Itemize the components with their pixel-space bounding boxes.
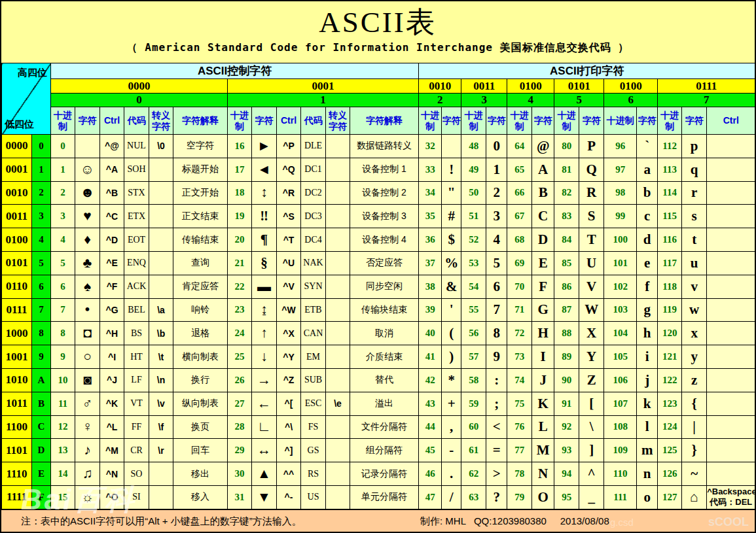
- page-title: ASCII表: [1, 1, 755, 39]
- cell-ctrl: ^T: [277, 228, 301, 252]
- cell-decimal: 56: [461, 322, 486, 345]
- cell-char: +: [442, 392, 461, 415]
- cell-decimal: 64: [507, 135, 532, 158]
- cell-char: ☻: [75, 181, 100, 205]
- cell-ctrl: ^E: [100, 251, 124, 275]
- cell-decimal: 5: [51, 251, 75, 275]
- cell-decimal: 17: [228, 158, 252, 181]
- cell-decimal: 31: [228, 485, 252, 509]
- cell-decimal: 36: [419, 228, 442, 252]
- col-header-decimal: 十进制: [658, 107, 682, 135]
- cell-decimal: 57: [461, 345, 486, 369]
- cell-char: ←: [252, 392, 277, 415]
- cell-ctrl: ^W: [277, 298, 301, 322]
- cell-decimal: 90: [554, 368, 579, 392]
- cell-decimal: 72: [507, 322, 532, 345]
- cell-ctrl-last: [707, 298, 755, 322]
- cell-ctrl-last: [707, 439, 755, 462]
- cell-char: ^: [579, 462, 604, 486]
- cell-decimal: 85: [554, 251, 579, 275]
- cell-char: &: [442, 275, 461, 298]
- table-row: 100199○^IHT\t横向制表25↓^YEM介质结束41)57973I89Y…: [2, 345, 755, 369]
- cell-escape: \b: [149, 322, 173, 345]
- cell-decimal: 60: [461, 415, 486, 439]
- cell-decimal: 68: [507, 228, 532, 252]
- cell-decimal: 29: [228, 439, 252, 462]
- cell-decimal: 32: [419, 135, 442, 158]
- high-bits-binary: 0100: [604, 79, 658, 94]
- cell-decimal: 82: [554, 181, 579, 205]
- cell-decimal: 53: [461, 251, 486, 275]
- cell-char: y: [682, 345, 707, 369]
- cell-low-bits-hex: D: [32, 439, 51, 462]
- cell-decimal: 14: [51, 462, 75, 486]
- table-row: 1010A10◙^JLF\n换行26→^ZSUB替代42*58:74J90Z10…: [2, 368, 755, 392]
- cell-char: →: [252, 368, 277, 392]
- cell-decimal: 115: [658, 205, 682, 228]
- cell-code: NUL: [124, 135, 149, 158]
- cell-char: (: [442, 322, 461, 345]
- cell-decimal: 21: [228, 251, 252, 275]
- cell-ctrl: ^C: [100, 205, 124, 228]
- cell-char: >: [486, 462, 507, 486]
- cell-low-bits-binary: 0110: [2, 275, 32, 298]
- cell-low-bits-hex: 0: [32, 135, 51, 158]
- cell-decimal: 41: [419, 345, 442, 369]
- cell-decimal: 104: [604, 322, 637, 345]
- cell-char: ▼: [252, 485, 277, 509]
- cell-decimal: 80: [554, 135, 579, 158]
- cell-decimal: 8: [51, 322, 75, 345]
- cell-decimal: 19: [228, 205, 252, 228]
- cell-decimal: 113: [658, 158, 682, 181]
- cell-ctrl: ^L: [100, 415, 124, 439]
- cell-decimal: 118: [658, 275, 682, 298]
- cell-decimal: 35: [419, 205, 442, 228]
- table-row: 100088◘^HBS\b退格24↑^XCAN取消40(56872H88X104…: [2, 322, 755, 345]
- cell-char: ‼: [252, 205, 277, 228]
- cell-char: 7: [486, 298, 507, 322]
- cell-char: S: [579, 205, 604, 228]
- cell-decimal: 84: [554, 228, 579, 252]
- cell-explanation: 换行: [173, 368, 228, 392]
- cell-decimal: 69: [507, 251, 532, 275]
- cell-char: c: [637, 205, 658, 228]
- cell-ctrl: ^U: [277, 251, 301, 275]
- cell-char: $: [442, 228, 461, 252]
- cell-decimal: 11: [51, 392, 75, 415]
- cell-decimal: 74: [507, 368, 532, 392]
- cell-explanation: 空字符: [173, 135, 228, 158]
- col-header-char: 字符: [442, 107, 461, 135]
- cell-explanation: 设备控制 2: [350, 181, 419, 205]
- cell-escape: [149, 275, 173, 298]
- table-row: 001022☻^BSTX正文开始18↕^RDC2设备控制 234"50266B8…: [2, 181, 755, 205]
- cell-low-bits-hex: C: [32, 415, 51, 439]
- footer-note: 注：表中的ASCII字符可以用“Alt + 小键盘上的数字键”方法输入。: [21, 515, 302, 528]
- cell-ctrl: ^\: [277, 415, 301, 439]
- cell-low-bits-binary: 1111: [2, 485, 32, 509]
- cell-char: [: [579, 392, 604, 415]
- cell-explanation: 同步空闲: [350, 275, 419, 298]
- cell-code: DC4: [301, 228, 326, 252]
- cell-char: o: [637, 485, 658, 509]
- cell-char: {: [682, 392, 707, 415]
- cell-explanation: 组分隔符: [350, 439, 419, 462]
- cell-char: #: [442, 205, 461, 228]
- cell-escape: [326, 345, 350, 369]
- cell-escape: [326, 205, 350, 228]
- cell-char: [442, 135, 461, 158]
- table-row: 010155♣^EENQ查询21§^UNAK否定应答37%53569E85U10…: [2, 251, 755, 275]
- cell-decimal: 43: [419, 392, 442, 415]
- page-subtitle: （ American Standard Code for Information…: [1, 41, 755, 55]
- cell-char: [75, 135, 100, 158]
- cell-ctrl: ^M: [100, 439, 124, 462]
- cell-char: ): [442, 345, 461, 369]
- cell-low-bits-binary: 0101: [2, 251, 32, 275]
- cell-decimal: 44: [419, 415, 442, 439]
- table-row: 1101D13♪^MCR\r回车29↔^]GS组分隔符45-61=77M93]1…: [2, 439, 755, 462]
- cell-decimal: 28: [228, 415, 252, 439]
- cell-char: j: [637, 368, 658, 392]
- cell-escape: [326, 251, 350, 275]
- cell-low-bits-hex: E: [32, 462, 51, 486]
- cell-explanation: 替代: [350, 368, 419, 392]
- cell-char: ,: [442, 415, 461, 439]
